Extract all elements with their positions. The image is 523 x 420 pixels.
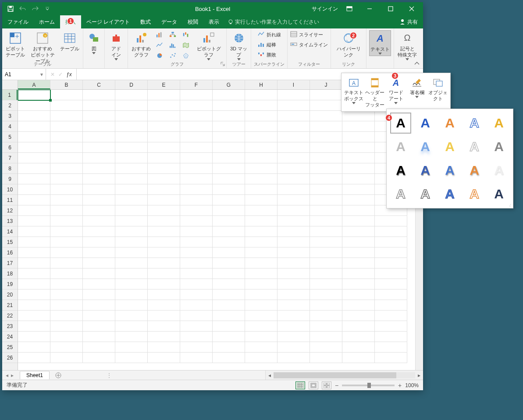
wordart-style-8[interactable]: A bbox=[439, 136, 460, 157]
cell[interactable] bbox=[310, 353, 342, 363]
sheet-tab-sheet1[interactable]: Sheet1 bbox=[20, 371, 50, 379]
cell[interactable] bbox=[18, 332, 50, 342]
cell[interactable] bbox=[278, 300, 310, 311]
cell[interactable] bbox=[342, 237, 375, 247]
row-header[interactable]: 11 bbox=[2, 195, 18, 205]
cell[interactable] bbox=[83, 153, 115, 163]
cell[interactable] bbox=[18, 184, 50, 195]
cell[interactable] bbox=[180, 142, 213, 153]
cell[interactable] bbox=[342, 121, 375, 132]
cell[interactable] bbox=[83, 90, 115, 100]
cell[interactable] bbox=[245, 184, 278, 195]
zoom-in-button[interactable]: + bbox=[398, 382, 402, 389]
cell[interactable] bbox=[213, 311, 245, 321]
cell[interactable] bbox=[310, 237, 342, 247]
cell[interactable] bbox=[18, 111, 50, 121]
wordart-style-9[interactable]: A bbox=[464, 136, 485, 157]
zoom-percentage[interactable]: 100% bbox=[405, 382, 419, 388]
cell[interactable] bbox=[148, 342, 180, 353]
row-header[interactable]: 18 bbox=[2, 268, 18, 279]
illustrations-button[interactable]: 図 bbox=[86, 30, 102, 55]
cell[interactable] bbox=[115, 111, 148, 121]
cell[interactable] bbox=[18, 216, 50, 226]
cell[interactable] bbox=[180, 195, 213, 205]
cell[interactable] bbox=[50, 226, 83, 237]
row-header[interactable]: 5 bbox=[2, 132, 18, 142]
cell[interactable] bbox=[213, 132, 245, 142]
cell[interactable] bbox=[278, 279, 310, 289]
cell[interactable] bbox=[18, 226, 50, 237]
wordart-style-15[interactable]: A bbox=[488, 160, 509, 181]
cell[interactable] bbox=[50, 268, 83, 279]
cell[interactable] bbox=[245, 121, 278, 132]
object-button[interactable]: オブジェクト bbox=[427, 76, 448, 109]
cell[interactable] bbox=[213, 247, 245, 258]
cell[interactable] bbox=[310, 342, 342, 353]
cell[interactable] bbox=[213, 163, 245, 174]
cell[interactable] bbox=[245, 247, 278, 258]
cell[interactable] bbox=[148, 174, 180, 184]
cell[interactable] bbox=[342, 353, 375, 363]
cell[interactable] bbox=[115, 247, 148, 258]
cell[interactable] bbox=[278, 289, 310, 300]
cell[interactable] bbox=[213, 342, 245, 353]
cell[interactable] bbox=[245, 142, 278, 153]
cell[interactable] bbox=[342, 226, 375, 237]
cell[interactable] bbox=[310, 226, 342, 237]
worksheet-grid[interactable]: A B C D E F G H I J K L 1 2 3 4 5 6 7 8 … bbox=[2, 80, 423, 370]
cell[interactable] bbox=[115, 279, 148, 289]
slicer-button[interactable]: スライサー bbox=[290, 30, 328, 39]
cell[interactable] bbox=[148, 184, 180, 195]
cell[interactable] bbox=[83, 279, 115, 289]
collapse-ribbon-button[interactable] bbox=[413, 60, 420, 67]
select-all-button[interactable] bbox=[2, 80, 18, 90]
cell[interactable] bbox=[115, 311, 148, 321]
cell[interactable] bbox=[310, 216, 342, 226]
map-chart-button[interactable] bbox=[180, 41, 192, 50]
cell[interactable] bbox=[83, 184, 115, 195]
cell[interactable] bbox=[245, 163, 278, 174]
cell[interactable] bbox=[18, 205, 50, 216]
cell[interactable] bbox=[115, 332, 148, 342]
line-chart-button[interactable] bbox=[153, 41, 166, 50]
cell[interactable] bbox=[148, 237, 180, 247]
cell[interactable] bbox=[310, 184, 342, 195]
wordart-style-10[interactable]: A bbox=[488, 136, 509, 157]
wordart-style-2[interactable]: A bbox=[415, 113, 436, 134]
page-break-view-button[interactable] bbox=[322, 381, 331, 389]
cell[interactable] bbox=[148, 247, 180, 258]
text-dropdown-button[interactable]: A テキスト bbox=[369, 30, 391, 56]
cell[interactable] bbox=[50, 332, 83, 342]
row-header[interactable]: 13 bbox=[2, 216, 18, 226]
minimize-button[interactable] bbox=[361, 2, 378, 15]
cell[interactable] bbox=[115, 353, 148, 363]
cell[interactable] bbox=[83, 268, 115, 279]
cell[interactable] bbox=[180, 332, 213, 342]
cell[interactable] bbox=[342, 279, 375, 289]
cell[interactable] bbox=[310, 195, 342, 205]
cell[interactable] bbox=[83, 237, 115, 247]
cell[interactable] bbox=[342, 342, 375, 353]
cell[interactable] bbox=[83, 111, 115, 121]
cell[interactable] bbox=[310, 174, 342, 184]
row-header[interactable]: 9 bbox=[2, 174, 18, 184]
cell[interactable] bbox=[180, 216, 213, 226]
cell[interactable] bbox=[115, 132, 148, 142]
cell[interactable] bbox=[213, 195, 245, 205]
cell[interactable] bbox=[278, 226, 310, 237]
cell[interactable] bbox=[342, 311, 375, 321]
cell[interactable] bbox=[310, 142, 342, 153]
cell[interactable] bbox=[50, 163, 83, 174]
cell[interactable] bbox=[278, 100, 310, 111]
cell[interactable] bbox=[213, 268, 245, 279]
cell[interactable] bbox=[310, 90, 342, 100]
cell[interactable] bbox=[50, 142, 83, 153]
col-header-G[interactable]: G bbox=[213, 80, 245, 89]
cell[interactable] bbox=[50, 184, 83, 195]
normal-view-button[interactable] bbox=[295, 381, 305, 389]
cell[interactable] bbox=[180, 174, 213, 184]
cell[interactable] bbox=[375, 226, 407, 237]
cell[interactable] bbox=[18, 247, 50, 258]
hierarchy-chart-button[interactable] bbox=[167, 30, 179, 40]
cell[interactable] bbox=[180, 121, 213, 132]
